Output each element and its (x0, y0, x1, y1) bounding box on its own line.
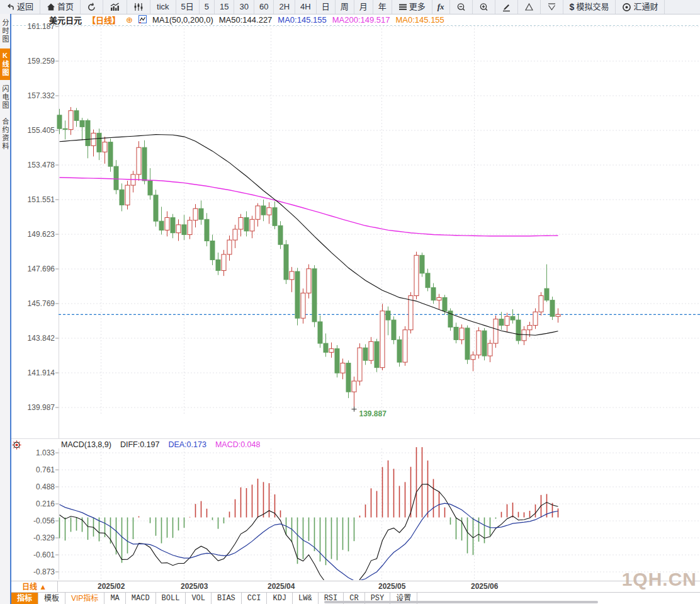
svg-text:149.623: 149.623 (28, 230, 55, 239)
column-chart-icon (110, 3, 120, 11)
toolbar-arc-icon[interactable] (541, 0, 563, 14)
x-axis-label: 2025/03 (181, 582, 208, 591)
toolbar-week-button[interactable]: 周 (336, 0, 354, 14)
macd-macd-value: MACD:0.048 (215, 440, 261, 449)
x-axis-label: 2025/05 (378, 582, 405, 591)
add-compare-icon[interactable]: ⊕ (126, 15, 133, 25)
candlestick-icon (133, 3, 144, 11)
indicator-tab-boll[interactable]: BOLL (156, 593, 186, 604)
indicator-tab-bias[interactable]: BIAS (212, 593, 242, 604)
sim-trade-icon: $ (570, 0, 575, 14)
svg-text:157.332: 157.332 (28, 91, 55, 100)
candlestick-chart[interactable]: 161.187159.259157.332155.405153.478151.5… (0, 0, 700, 604)
indicator-tab-kdj[interactable]: KDJ (267, 593, 293, 604)
toolbar-candlestick-icon[interactable] (127, 0, 150, 14)
indicator-tab-cci[interactable]: CCI (242, 593, 268, 604)
x-axis-label: 2025/06 (471, 582, 498, 591)
huitong-icon (622, 3, 631, 12)
indicator-tab-ma[interactable]: MA (104, 593, 125, 604)
x-axis-label: 2025/04 (268, 582, 295, 591)
ma0-blue-value: MA0:145.155 (278, 15, 326, 25)
toolbar-back-button[interactable]: 返回 (0, 0, 40, 14)
toolbar-5d-button[interactable]: 5日 (176, 0, 200, 14)
svg-text:145.769: 145.769 (28, 299, 55, 308)
svg-text:0.216: 0.216 (36, 499, 55, 508)
toolbar-month-button[interactable]: 月 (354, 0, 373, 14)
trading-app-window: 161.187159.259157.332155.405153.478151.5… (0, 0, 700, 604)
svg-text:-0.601: -0.601 (33, 550, 55, 559)
toolbar-zoom-out-icon[interactable] (450, 0, 473, 14)
svg-text:1.033: 1.033 (36, 448, 55, 457)
toolbar-year-button[interactable]: 年 (373, 0, 392, 14)
chart-header: 美元日元 【日线】 ⊕ MA1(50,0,200,0) MA50:144.227… (49, 15, 444, 25)
indicator-settings-icon[interactable] (12, 440, 21, 452)
svg-text:-0.056: -0.056 (33, 516, 55, 525)
back-icon (6, 3, 15, 11)
x-axis-row: 日线 ▲ 2025/022025/032025/042025/052025/06 (0, 581, 700, 593)
sidebar-item-kline[interactable]: K线图 (0, 48, 10, 80)
draw-icon (502, 3, 511, 12)
svg-text:151.551: 151.551 (28, 195, 55, 204)
toolbar-m60-button[interactable]: 60 (254, 0, 274, 14)
toolbar-2h-button[interactable]: 2H (274, 0, 295, 14)
triangle-icon (524, 3, 534, 11)
candles (57, 107, 560, 409)
toolbar-huitong-button[interactable]: 汇通财 (616, 0, 665, 14)
toolbar-fx-button[interactable]: fx (432, 0, 450, 14)
macd-diff-value: DIFF:0.197 (120, 440, 160, 449)
home-icon (47, 3, 55, 11)
sidebar-item-lightning[interactable]: 闪电图 (0, 82, 10, 113)
svg-text:141.914: 141.914 (28, 368, 55, 377)
svg-text:143.842: 143.842 (28, 334, 55, 343)
toolbar-triangle-icon[interactable] (518, 0, 541, 14)
ma50-value: MA50:144.227 (219, 15, 273, 25)
ma-settings-label: MA1(50,0,200,0) (152, 15, 213, 25)
toolbar-sim-trade-button[interactable]: $模拟交易 (563, 0, 616, 14)
svg-text:155.405: 155.405 (28, 126, 55, 135)
ma200-value: MA200:149.517 (332, 15, 390, 25)
period-selector-dropdown[interactable]: 日线 ▲ (11, 581, 58, 593)
indicator-tab-模板[interactable]: 模板 (38, 593, 65, 604)
toolbar-tick-button[interactable]: tick (150, 0, 176, 14)
zoom-in-icon (479, 3, 488, 12)
toolbar-draw-icon[interactable] (495, 0, 518, 14)
toolbar-zoom-in-icon[interactable] (473, 0, 495, 14)
svg-text:153.478: 153.478 (28, 161, 55, 169)
sidebar-item-contract-info[interactable]: 合约资料 (0, 115, 10, 154)
indicator-tab-macd[interactable]: MACD (126, 593, 156, 604)
toolbar-m5-button[interactable]: 5 (200, 0, 215, 14)
toolbar-4h-button[interactable]: 4H (295, 0, 317, 14)
svg-text:147.696: 147.696 (28, 265, 55, 273)
indicator-tab-lw&[interactable]: LW& (293, 593, 319, 604)
arc-icon (547, 3, 556, 11)
zoom-out-icon (456, 3, 466, 12)
indicator-tab-vol[interactable]: VOL (186, 593, 212, 604)
toolbar-day-button[interactable]: 日 (317, 0, 336, 14)
horizontal-scrollbar[interactable] (324, 601, 598, 603)
indicator-tab-vip指标[interactable]: VIP指标 (65, 593, 104, 604)
macd-params-label: MACD(13,8,9) (61, 440, 111, 449)
symbol-name: 美元日元 (49, 14, 82, 26)
toolbar-more-button[interactable]: 更多 (392, 0, 432, 14)
indicator-tab-指标[interactable]: 指标 (11, 593, 38, 604)
more-icon (398, 3, 407, 11)
refresh-icon (87, 3, 96, 12)
svg-text:0.761: 0.761 (36, 465, 55, 474)
top-toolbar: 返回首页tick5日51530602H4H日周月年更多fx$模拟交易汇通财 (0, 0, 700, 14)
chart-type-sidebar: 分时图K线图闪电图合约资料 (0, 14, 11, 604)
sidebar-item-time-share[interactable]: 分时图 (0, 16, 10, 47)
toolbar-home-button[interactable]: 首页 (40, 0, 81, 14)
svg-text:-0.329: -0.329 (33, 533, 55, 542)
svg-text:139.887: 139.887 (359, 409, 387, 418)
svg-text:-0.873: -0.873 (33, 567, 55, 576)
macd-dea-value: DEA:0.173 (168, 440, 206, 449)
ma0-orange-value: MA0:145.155 (396, 15, 444, 25)
toolbar-m30-button[interactable]: 30 (234, 0, 254, 14)
toolbar-column-chart-icon[interactable] (103, 0, 127, 14)
ma-settings-icon[interactable] (138, 15, 147, 25)
period-tag: 【日线】 (88, 14, 120, 26)
svg-text:0.488: 0.488 (36, 482, 55, 491)
svg-text:159.259: 159.259 (28, 57, 55, 66)
toolbar-m15-button[interactable]: 15 (215, 0, 234, 14)
toolbar-refresh-icon[interactable] (81, 0, 103, 14)
